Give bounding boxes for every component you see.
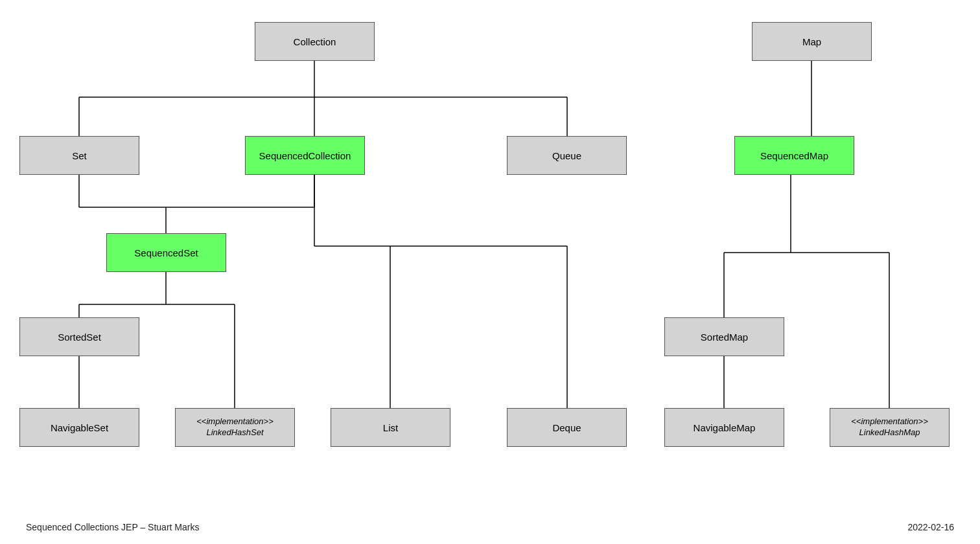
node-linked-hash-set: <<implementation>>LinkedHashSet (175, 408, 295, 447)
diagram: Collection Set SequencedCollection Queue… (0, 0, 980, 518)
node-linked-hash-map: <<implementation>>LinkedHashMap (830, 408, 950, 447)
node-sequenced-map: SequencedMap (734, 136, 854, 175)
node-list: List (331, 408, 450, 447)
node-sequenced-set: SequencedSet (106, 233, 226, 272)
node-sorted-set: SortedSet (19, 317, 139, 356)
node-navigable-map: NavigableMap (664, 408, 784, 447)
node-sorted-map: SortedMap (664, 317, 784, 356)
footer-right: 2022-02-16 (907, 522, 954, 532)
node-queue: Queue (507, 136, 627, 175)
node-deque: Deque (507, 408, 627, 447)
footer: Sequenced Collections JEP – Stuart Marks… (26, 522, 954, 532)
node-map: Map (752, 22, 872, 61)
node-set: Set (19, 136, 139, 175)
node-collection: Collection (255, 22, 375, 61)
node-sequenced-collection: SequencedCollection (245, 136, 365, 175)
node-navigable-set: NavigableSet (19, 408, 139, 447)
footer-left: Sequenced Collections JEP – Stuart Marks (26, 522, 199, 532)
